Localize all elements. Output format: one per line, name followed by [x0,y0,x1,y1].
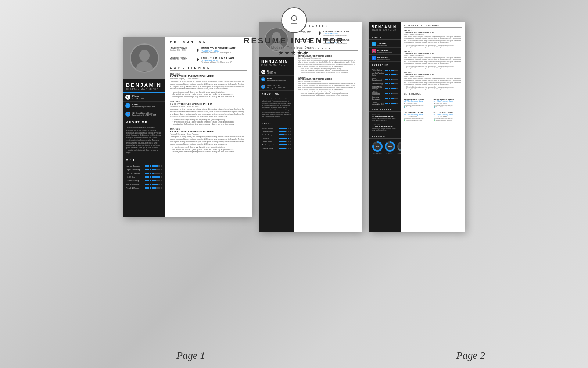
phone-value: +12 3456 789 [132,97,144,99]
exp-title: E X P E R I E N C E [170,66,247,71]
language-title: LANGUAGE [369,133,401,139]
photo-circle [130,43,159,73]
center-email-icon: ✉ [261,77,265,81]
center-address-icon: 📍 [261,85,265,89]
center-skill-1: Internet Browsing [259,127,294,130]
skill-result: Result & Review [123,186,165,190]
center-skill-3: Graphics Design [259,133,294,137]
center-name: BENJAMIN [261,59,292,64]
resume-name: BENJAMIN [126,82,162,88]
contact-phone: 📞 Phone +12 3456 789 [123,93,165,102]
achieve-2: 2008 - 2010 ACHIEVEMENT NAME University … [369,123,401,133]
facebook-icon: f [372,56,376,60]
skill-html: Html / Css [123,175,165,179]
social-twitter: 🐦 TWITTER: Username/feed [369,41,401,48]
exp-networking: Strong networking skills [369,101,401,106]
page2-content: EXPERIENCE CONTINUE 2012 - 2014 ENTER YO… [401,22,465,232]
exp-affiliate: Affiliate Marketing [369,91,401,96]
p2-exp-1: 2012 - 2014 ENTER YOUR JOB POSITION HERE… [404,30,462,48]
photo-area [123,37,165,79]
lang-english: 80% ENGLISH [372,141,383,154]
social-facebook: f FACEBOOK: facebook/username [369,55,401,62]
center-exp-2: 2012 - 2014 ENTER YOUR JOB POSITION HERE… [298,76,358,96]
center-email: ✉ Email examplemail@example.com [259,76,294,83]
address-icon: 📍 [125,112,130,117]
svg-point-0 [291,15,297,21]
skill-graphics: Graphics Design [123,171,165,175]
p2-exp-3: 2012 - 2014 ENTER YOUR JOB POSITION HERE… [404,72,462,90]
name-area: BENJAMIN DIGITAL MARKETER [123,79,165,93]
exp-item-3: 2012 - 2014 ENTER YOUR JOB POSITION HERE… [170,128,247,153]
center-address: 📍 123 StreetState Address, Washington Dc… [259,83,294,91]
center-skill-5: Content Writing [259,140,294,143]
exp-computer: Computer Language [369,96,401,101]
ref-4: REFERENCE NAME Job Title - Company Name … [434,112,462,121]
achievement-title: ACHIEVMENT [369,106,401,112]
ref-2: REFERENCE NAME Job Title - Company Name … [434,98,462,108]
email-icon: ✉ [125,103,130,108]
ref-3: REFERENCE NAME Job Title - Company Name … [404,112,432,121]
exp-social: Social Media Manage [369,85,401,91]
social-title: SOCIAL [369,34,401,40]
center-skills-title: SKILL [259,120,294,125]
brand-logo [281,7,307,33]
brand-area: RESUME INVENTOR Modern, Timeless Design … [244,7,344,56]
center-skill-4: Html / Css [259,137,294,140]
exp-item-2: 2012 - 2014 ENTER YOUR JOB POSITION HERE… [170,100,247,125]
center-phone: 📞 Phone +12 3456 785 [259,68,294,76]
ref-grid: REFERENCE NAME Job Title - Company Name … [404,98,462,123]
about-title: ABOUT ME [123,118,165,125]
edu-arrow-icon-2 [197,58,199,61]
exp-continue-title: EXPERIENCE CONTINUE [404,24,462,28]
skills-title: SKILL [123,156,165,163]
center-about-text: Lorem ipsum dolor sit amet, consectetur … [259,97,294,120]
contact-address: 📍 123 StreetState Address, Washington Dc… [123,110,165,118]
center-divider [294,37,294,346]
center-skill-2: Digital Marketing [259,130,294,133]
exp-item-1: 2012 - 2014 ENTER YOUR JOB POSITION HERE… [170,73,247,98]
svg-point-3 [139,50,150,61]
lang-circles: 80% ENGLISH 90% SPANISH 70% GERMANY [369,140,401,156]
center-skill-6: App Management [259,143,294,146]
exp-article: Article Writing [369,82,401,85]
achieve-1: 2008 - 2010 ACHIEVEMENT NAME University … [369,113,401,123]
edu-item-1: UNIVERSITY NAME Session- 2012 - 2015 ENT… [170,47,247,54]
center-phone-icon: 📞 [261,70,265,74]
page-label-1: Page 1 [176,350,205,361]
about-text: Lorem ipsum dolor sit amet, consectetur … [123,126,165,156]
ref-title: REFERENCE [404,93,462,96]
lang-spanish: 90% SPANISH [385,141,395,154]
experties-title: EXPERTIES [369,62,401,67]
phone-icon: 📞 [125,95,130,100]
skill-app: App Management [123,183,165,186]
center-title: DIGITAL MARKETER [261,64,292,66]
contact-email: ✉ Email examplemail@example.com [123,102,165,110]
twitter-icon: 🐦 [372,42,376,46]
ref-1: REFERENCE NAME Job Title - Company Name … [404,98,432,108]
center-about-title: ABOUT ME [259,91,294,96]
brand-name: RESUME INVENTOR [244,36,344,46]
edu-item-2: UNIVERSITY NAME Session- 2012 - 2015 ENT… [170,57,247,63]
address-line2: Washington Dc -64058 | USA [132,114,156,116]
center-name-area: BENJAMIN DIGITAL MARKETER [259,57,294,68]
skill-internet: Internet Browsing [123,164,165,168]
center-skill-7: Result & Review [259,146,294,150]
page2-title: DIGITAL MARKETER [372,29,398,31]
resume-page-1: BENJAMIN DIGITAL MARKETER 📞 Phone +12 34… [123,37,252,217]
skill-content: Content Writing [123,179,165,183]
resume-title: DIGITAL MARKETER [126,88,162,90]
page2-name: BENJAMIN [372,25,398,29]
exp-video: Video Editing [369,68,401,72]
page2-name-area: BENJAMIN DIGITAL MARKETER [369,22,401,34]
email-value: examplemail@example.com [132,106,155,108]
resume-page-2: BENJAMIN DIGITAL MARKETER SOCIAL 🐦 TWITT… [369,22,465,232]
page2-sidebar: BENJAMIN DIGITAL MARKETER SOCIAL 🐦 TWITT… [369,22,401,232]
exp-web: Web Development [369,77,401,82]
p2-exp-2: 2012 - 2014 ENTER YOUR JOB POSITION HERE… [404,51,462,69]
page1-content: E D U C A T I O N UNIVERSITY NAME Sessio… [165,37,252,217]
skill-digital: Digital Marketing [123,168,165,171]
skills-list: Internet Browsing Digital Marketing Grap… [123,164,165,190]
exp-adobe: Adobe Creative Suite [369,72,401,77]
instagram-icon: 📷 [372,49,376,53]
social-instagram: 📷 INSTAGRAM username/@yourname [369,48,401,55]
